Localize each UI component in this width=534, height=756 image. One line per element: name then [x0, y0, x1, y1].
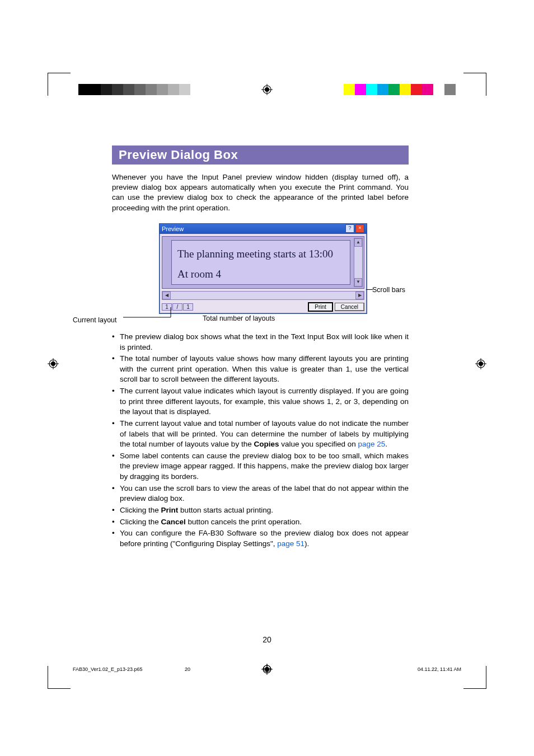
dialog-titlebar[interactable]: Preview ? ×	[160, 224, 367, 234]
crop-mark-bottom-left	[48, 666, 71, 689]
bullet-item: Clicking the Print button starts actual …	[112, 505, 409, 516]
bullet-list: The preview dialog box shows what the te…	[112, 332, 409, 550]
page-link[interactable]: page 51	[277, 539, 305, 548]
bullet-item: You can configure the FA-B30 Software so…	[112, 528, 409, 549]
registration-mark-top	[261, 84, 273, 95]
footer-filename: FAB30_Ver1.02_E_p13-23.p65	[73, 666, 143, 672]
preview-canvas: The planning meeting starts at 13:00 At …	[162, 236, 364, 289]
print-footer: FAB30_Ver1.02_E_p13-23.p65 20 04.11.22, …	[73, 666, 461, 672]
rgb-colorbar	[332, 84, 456, 95]
dialog-title: Preview	[162, 226, 184, 232]
scroll-up-icon[interactable]: ▲	[354, 238, 362, 247]
crop-mark-top-left	[48, 73, 71, 96]
cancel-button[interactable]: Cancel	[335, 303, 364, 311]
bullet-item: The current layout value and total numbe…	[112, 419, 409, 450]
grayscale-colorbar	[78, 84, 202, 95]
registration-mark-footer-icon	[263, 664, 271, 673]
bullet-item: The total number of layouts value shows …	[112, 354, 409, 385]
footer-page: 20	[185, 666, 190, 672]
vertical-scrollbar[interactable]: ▲ ▼	[354, 238, 363, 287]
crop-mark-top-right	[463, 73, 486, 96]
registration-mark-left	[48, 358, 59, 369]
horizontal-scrollbar[interactable]: ◀ ▶	[162, 291, 364, 300]
close-button[interactable]: ×	[355, 224, 364, 233]
crop-mark-bottom-right	[463, 666, 486, 689]
callout-scrollbars: Scroll bars	[372, 286, 405, 294]
bullet-item: Clicking the Cancel button cancels the p…	[112, 517, 409, 528]
callout-lines	[123, 307, 185, 324]
bullet-item: You can use the scroll bars to view the …	[112, 483, 409, 504]
print-button[interactable]: Print	[308, 303, 332, 311]
bullet-item: The current layout value indicates which…	[112, 386, 409, 417]
page-link[interactable]: page 25	[358, 440, 386, 448]
scroll-left-icon[interactable]: ◀	[162, 292, 171, 299]
footer-datetime: 04.11.22, 11:41 AM	[418, 666, 461, 672]
help-button[interactable]: ?	[345, 224, 354, 233]
dialog-footer: 1 / 1 Print Cancel	[160, 302, 367, 313]
label-preview: The planning meeting starts at 13:00 At …	[171, 240, 350, 285]
section-heading: Preview Dialog Box	[112, 145, 409, 165]
label-line-1: The planning meeting starts at 13:00	[177, 244, 344, 264]
label-line-2: At room 4	[177, 264, 344, 284]
scroll-down-icon[interactable]: ▼	[354, 278, 362, 287]
scroll-right-icon[interactable]: ▶	[355, 292, 364, 299]
intro-paragraph: Whenever you have the Input Panel previe…	[112, 172, 409, 213]
callout-total-layouts: Total number of layouts	[203, 314, 275, 322]
registration-mark-right	[475, 358, 486, 369]
preview-dialog-figure: Preview ? × The planning meeting starts …	[112, 223, 409, 324]
page-number: 20	[0, 635, 534, 644]
callout-current-layout: Current layout	[73, 316, 117, 324]
bullet-item: The preview dialog box shows what the te…	[112, 332, 409, 353]
preview-dialog: Preview ? × The planning meeting starts …	[159, 223, 367, 314]
bullet-item: Some label contents can cause the previe…	[112, 451, 409, 482]
